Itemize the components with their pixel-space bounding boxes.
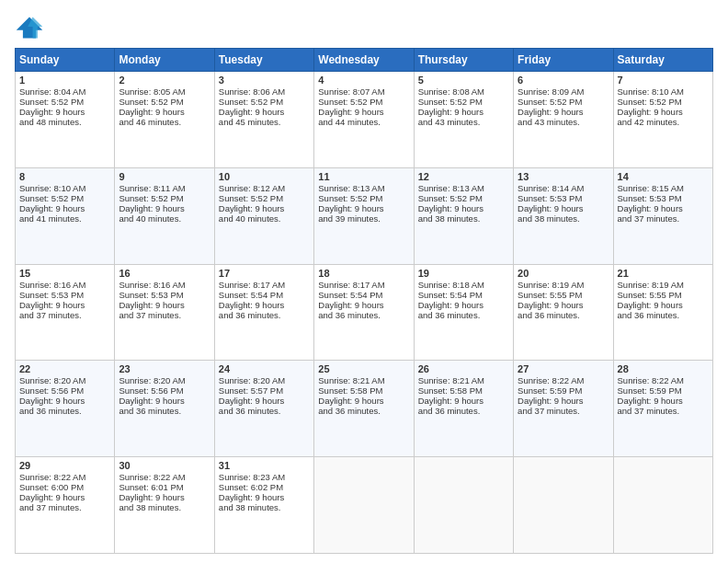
day-info-line: Sunrise: 8:23 AM xyxy=(219,472,310,482)
calendar-cell: 31Sunrise: 8:23 AMSunset: 6:02 PMDayligh… xyxy=(214,457,313,554)
day-info-line: Sunrise: 8:22 AM xyxy=(19,472,110,482)
calendar-cell: 2Sunrise: 8:05 AMSunset: 5:52 PMDaylight… xyxy=(115,72,214,168)
day-info-line: Daylight: 9 hours xyxy=(219,107,310,117)
day-number: 1 xyxy=(19,75,110,86)
calendar-cell: 21Sunrise: 8:19 AMSunset: 5:55 PMDayligh… xyxy=(613,264,712,361)
day-info-line: Sunset: 5:57 PM xyxy=(219,385,310,396)
day-info-line: Daylight: 9 hours xyxy=(518,107,609,117)
day-info-line: Daylight: 9 hours xyxy=(418,203,509,213)
calendar-week-row: 15Sunrise: 8:16 AMSunset: 5:53 PMDayligh… xyxy=(16,264,713,361)
weekday-header: Sunday xyxy=(16,49,115,72)
day-number: 17 xyxy=(219,268,310,279)
day-info-line: Sunrise: 8:20 AM xyxy=(119,375,210,385)
day-info-line: Sunset: 5:53 PM xyxy=(19,290,110,300)
day-info-line: and 36 minutes. xyxy=(219,406,310,416)
day-info-line: and 38 minutes. xyxy=(418,213,509,224)
day-info-line: Daylight: 9 hours xyxy=(518,203,609,213)
day-info-line: Sunrise: 8:12 AM xyxy=(219,183,310,193)
day-info-line: Sunset: 5:52 PM xyxy=(318,97,409,107)
day-info-line: Sunrise: 8:07 AM xyxy=(318,86,409,97)
day-info-line: Sunset: 6:00 PM xyxy=(19,482,110,492)
calendar-cell: 9Sunrise: 8:11 AMSunset: 5:52 PMDaylight… xyxy=(115,167,214,264)
day-info-line: Sunrise: 8:13 AM xyxy=(318,183,409,193)
day-info-line: Sunrise: 8:04 AM xyxy=(19,86,110,97)
weekday-header: Wednesday xyxy=(314,49,414,72)
day-info-line: Sunset: 5:52 PM xyxy=(119,97,210,107)
day-info-line: and 40 minutes. xyxy=(119,213,210,224)
weekday-header-row: SundayMondayTuesdayWednesdayThursdayFrid… xyxy=(16,49,713,72)
weekday-header: Tuesday xyxy=(214,49,313,72)
day-info-line: Sunrise: 8:08 AM xyxy=(418,86,509,97)
day-info-line: and 37 minutes. xyxy=(618,406,709,416)
calendar-cell: 4Sunrise: 8:07 AMSunset: 5:52 PMDaylight… xyxy=(314,72,414,168)
day-info-line: Sunrise: 8:20 AM xyxy=(219,375,310,385)
day-info-line: Sunrise: 8:16 AM xyxy=(19,280,110,290)
day-info-line: Sunset: 5:58 PM xyxy=(318,385,409,396)
day-info-line: and 36 minutes. xyxy=(119,406,210,416)
calendar-cell: 5Sunrise: 8:08 AMSunset: 5:52 PMDaylight… xyxy=(414,72,513,168)
day-info-line: Sunset: 5:53 PM xyxy=(119,290,210,300)
day-info-line: and 46 minutes. xyxy=(119,117,210,127)
day-info-line: Sunset: 6:01 PM xyxy=(119,482,210,492)
svg-marker-0 xyxy=(17,17,42,38)
day-number: 9 xyxy=(119,171,210,182)
day-info-line: Sunrise: 8:11 AM xyxy=(119,183,210,193)
calendar-cell: 27Sunrise: 8:22 AMSunset: 5:59 PMDayligh… xyxy=(514,361,613,457)
day-info-line: and 36 minutes. xyxy=(318,310,409,320)
day-info-line: Sunset: 5:59 PM xyxy=(518,385,609,396)
day-info-line: Daylight: 9 hours xyxy=(219,492,310,502)
day-info-line: Daylight: 9 hours xyxy=(318,107,409,117)
day-number: 19 xyxy=(418,268,509,279)
day-info-line: Daylight: 9 hours xyxy=(318,396,409,406)
day-info-line: Daylight: 9 hours xyxy=(19,396,110,406)
day-info-line: Daylight: 9 hours xyxy=(318,300,409,310)
calendar-cell: 6Sunrise: 8:09 AMSunset: 5:52 PMDaylight… xyxy=(514,72,613,168)
logo xyxy=(15,15,48,40)
calendar-cell: 20Sunrise: 8:19 AMSunset: 5:55 PMDayligh… xyxy=(514,264,613,361)
day-number: 31 xyxy=(219,460,310,471)
day-info-line: Sunset: 5:55 PM xyxy=(618,290,709,300)
day-info-line: and 36 minutes. xyxy=(318,406,409,416)
day-number: 12 xyxy=(418,171,509,182)
header xyxy=(15,15,713,40)
day-number: 2 xyxy=(119,75,210,86)
day-info-line: Sunset: 5:52 PM xyxy=(318,193,409,203)
calendar-cell: 10Sunrise: 8:12 AMSunset: 5:52 PMDayligh… xyxy=(214,167,313,264)
day-info-line: Sunrise: 8:06 AM xyxy=(219,86,310,97)
day-info-line: Sunrise: 8:19 AM xyxy=(518,280,609,290)
calendar-cell: 25Sunrise: 8:21 AMSunset: 5:58 PMDayligh… xyxy=(314,361,414,457)
day-number: 15 xyxy=(19,268,110,279)
calendar-cell: 1Sunrise: 8:04 AMSunset: 5:52 PMDaylight… xyxy=(16,72,115,168)
calendar-cell: 11Sunrise: 8:13 AMSunset: 5:52 PMDayligh… xyxy=(314,167,414,264)
day-info-line: Sunrise: 8:17 AM xyxy=(318,280,409,290)
day-info-line: Daylight: 9 hours xyxy=(19,492,110,502)
calendar-cell: 14Sunrise: 8:15 AMSunset: 5:53 PMDayligh… xyxy=(613,167,712,264)
day-info-line: and 36 minutes. xyxy=(618,310,709,320)
weekday-header: Saturday xyxy=(613,49,712,72)
day-number: 13 xyxy=(518,171,609,182)
day-info-line: Sunset: 5:52 PM xyxy=(418,193,509,203)
day-info-line: and 37 minutes. xyxy=(518,406,609,416)
calendar-cell: 22Sunrise: 8:20 AMSunset: 5:56 PMDayligh… xyxy=(16,361,115,457)
calendar-cell: 30Sunrise: 8:22 AMSunset: 6:01 PMDayligh… xyxy=(115,457,214,554)
day-number: 7 xyxy=(618,75,709,86)
day-number: 16 xyxy=(119,268,210,279)
day-info-line: and 40 minutes. xyxy=(219,213,310,224)
day-info-line: Sunrise: 8:05 AM xyxy=(119,86,210,97)
calendar-cell: 7Sunrise: 8:10 AMSunset: 5:52 PMDaylight… xyxy=(613,72,712,168)
calendar-cell: 28Sunrise: 8:22 AMSunset: 5:59 PMDayligh… xyxy=(613,361,712,457)
calendar-cell: 13Sunrise: 8:14 AMSunset: 5:53 PMDayligh… xyxy=(514,167,613,264)
calendar-body: 1Sunrise: 8:04 AMSunset: 5:52 PMDaylight… xyxy=(16,72,713,554)
day-number: 22 xyxy=(19,363,110,374)
calendar-cell: 16Sunrise: 8:16 AMSunset: 5:53 PMDayligh… xyxy=(115,264,214,361)
day-number: 11 xyxy=(318,171,409,182)
day-info-line: and 36 minutes. xyxy=(418,310,509,320)
day-info-line: Daylight: 9 hours xyxy=(219,396,310,406)
day-info-line: and 41 minutes. xyxy=(19,213,110,224)
day-info-line: and 36 minutes. xyxy=(219,310,310,320)
day-info-line: Sunset: 5:52 PM xyxy=(119,193,210,203)
page: SundayMondayTuesdayWednesdayThursdayFrid… xyxy=(0,0,728,563)
day-info-line: and 38 minutes. xyxy=(219,502,310,512)
day-info-line: Sunset: 5:52 PM xyxy=(418,97,509,107)
calendar-cell: 19Sunrise: 8:18 AMSunset: 5:54 PMDayligh… xyxy=(414,264,513,361)
